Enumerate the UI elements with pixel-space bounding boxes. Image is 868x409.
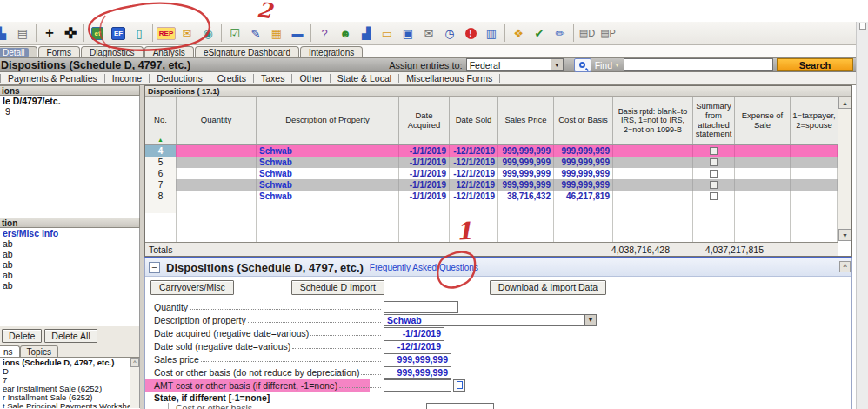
move-crosshair-icon[interactable]: ✜ bbox=[61, 23, 80, 43]
amt-cost-or-other-basis-input[interactable] bbox=[384, 379, 451, 392]
alert-icon[interactable]: ! bbox=[461, 23, 480, 43]
tab-esignature-dashboard[interactable]: eSignature Dashboard bbox=[195, 46, 299, 57]
find-button[interactable] bbox=[574, 58, 591, 72]
tab-analysis[interactable]: Analysis bbox=[144, 46, 194, 57]
sidebar-item-schwab[interactable]: ab bbox=[0, 249, 139, 259]
grid-row-7[interactable]: 7 Schwab -1/1/2019 12/1/2019 999,999,999… bbox=[145, 179, 838, 191]
subtab-other[interactable]: Other bbox=[292, 73, 329, 84]
subtab-deductions[interactable]: Deductions bbox=[150, 73, 210, 84]
scroll-up-icon[interactable]: ▲ bbox=[838, 97, 851, 109]
clock-icon[interactable]: ◷ bbox=[440, 23, 459, 43]
sidebar-link-carryovers-misc-info[interactable]: ers/Misc Info bbox=[0, 228, 139, 238]
sidebar-tab-topics[interactable]: Topics bbox=[20, 345, 58, 357]
book-icon[interactable]: ❖ bbox=[509, 23, 528, 43]
tab-forms[interactable]: Forms bbox=[38, 46, 80, 57]
faq-link[interactable]: Frequently Asked Questions bbox=[370, 263, 478, 272]
grid-row-5[interactable]: 5 Schwab -1/1/2019 -12/1/2019 999,999,99… bbox=[145, 157, 838, 168]
date-sold-input[interactable]: -12/1/2019 bbox=[384, 340, 444, 352]
sales-price-input[interactable]: 999,999,999 bbox=[384, 353, 451, 365]
web-access-icon[interactable]: ◉ bbox=[198, 23, 217, 43]
rep-icon[interactable]: REP bbox=[157, 23, 176, 43]
tab-detail[interactable]: Detail bbox=[0, 46, 37, 57]
client-icon[interactable]: ☻ bbox=[336, 23, 355, 43]
topic-4797[interactable]: 7 bbox=[0, 375, 130, 384]
grid-row-8[interactable]: 8 Schwab -1/1/2019 -12/1/2019 38,716,432… bbox=[145, 191, 838, 202]
search-button[interactable]: Search bbox=[777, 58, 853, 71]
subtab-miscellaneous-forms[interactable]: Miscellaneous Forms bbox=[399, 73, 499, 84]
sidebar-item-schedule-d[interactable]: le D/4797/etc. bbox=[0, 96, 139, 106]
description-of-property-input[interactable]: Schwab bbox=[384, 314, 585, 326]
reference-book-icon[interactable]: ? bbox=[315, 23, 334, 43]
delete-button[interactable]: Delete bbox=[2, 329, 42, 343]
topic-installment-sale-principal-payments[interactable]: t Sale Principal Payments Worksheet bbox=[0, 401, 130, 408]
signature-pen-icon[interactable]: ✎ bbox=[246, 23, 265, 43]
print-detail-icon[interactable]: ▤D bbox=[578, 23, 597, 43]
panel-scroll-up[interactable]: ^ bbox=[839, 261, 851, 272]
summary-checkbox[interactable] bbox=[710, 158, 718, 166]
find-input[interactable] bbox=[624, 58, 773, 71]
transmit-rep-icon[interactable]: ✉ bbox=[177, 23, 197, 43]
grid-empty-area bbox=[145, 213, 838, 242]
notes-icon[interactable]: ▯ bbox=[130, 23, 149, 43]
save-icon[interactable]: ▙ bbox=[0, 23, 11, 43]
sidebar-item-screen-number[interactable]: 9 bbox=[0, 106, 139, 117]
topic-schedule-d[interactable]: D bbox=[0, 366, 130, 375]
topic-current-year-installment-sale[interactable]: ear Installment Sale (6252) bbox=[0, 384, 130, 392]
download-import-data-button[interactable]: Download & Import Data bbox=[490, 280, 606, 295]
messages-icon[interactable]: ▣ bbox=[398, 23, 417, 43]
topic-prior-year-installment-sale[interactable]: r Installment Sale (6252) bbox=[0, 392, 130, 401]
folder-icon[interactable]: ▭ bbox=[377, 23, 397, 43]
grid-scrollbar[interactable]: ▲ ▼ bbox=[838, 97, 851, 241]
cost-or-other-basis-input[interactable]: 999,999,999 bbox=[384, 366, 451, 379]
tab-bar: Detail Forms Diagnostics Analysis eSigna… bbox=[0, 45, 856, 57]
send-check-icon[interactable]: ✉ bbox=[419, 23, 438, 43]
scroll-down-icon[interactable]: ▼ bbox=[838, 229, 851, 241]
sidebar-item-schwab[interactable]: ab bbox=[0, 259, 139, 270]
subtab-payments-penalties[interactable]: Payments & Penalties bbox=[1, 73, 104, 84]
chart-icon[interactable]: ▟ bbox=[357, 23, 376, 43]
crosshair-icon[interactable]: + bbox=[40, 23, 59, 43]
topic-dispositions[interactable]: ions (Schedule D, 4797, etc.) bbox=[0, 358, 130, 366]
file-drawer-icon[interactable]: ▦ bbox=[267, 23, 286, 43]
summary-checkbox[interactable] bbox=[710, 181, 718, 189]
sidebar-item-schwab[interactable]: ab bbox=[0, 238, 139, 249]
pencil-icon[interactable]: ✏ bbox=[551, 23, 570, 43]
print-icon[interactable]: ▤ bbox=[13, 23, 32, 43]
scroll-up-icon[interactable]: ^ bbox=[130, 358, 139, 367]
subtab-taxes[interactable]: Taxes bbox=[254, 73, 291, 84]
grid-row-6[interactable]: 6 Schwab -1/1/2019 -12/1/2019 999,999,99… bbox=[145, 168, 838, 179]
checklist-icon[interactable]: ☑ bbox=[225, 23, 244, 43]
jump-to-input-button[interactable] bbox=[453, 379, 465, 392]
subtab-state-local[interactable]: State & Local bbox=[331, 73, 398, 84]
user-check-icon[interactable]: ✔ bbox=[530, 23, 549, 43]
delete-all-button[interactable]: Delete All bbox=[44, 329, 97, 343]
chevron-down-icon[interactable]: ▼ bbox=[551, 59, 563, 70]
tab-diagnostics[interactable]: Diagnostics bbox=[81, 46, 144, 57]
tab-integrations[interactable]: Integrations bbox=[300, 46, 363, 57]
ef-ready-icon[interactable]: ef bbox=[88, 23, 107, 43]
print-preview-icon[interactable]: ▤P bbox=[598, 23, 618, 43]
subtab-credits[interactable]: Credits bbox=[210, 73, 253, 84]
subtab-income[interactable]: Income bbox=[105, 73, 149, 84]
find-label[interactable]: Find▼ bbox=[595, 60, 620, 70]
carryovers-misc-button[interactable]: Carryovers/Misc bbox=[150, 280, 234, 295]
sidebar-item-schwab[interactable]: ab bbox=[0, 280, 139, 291]
grid-row-empty[interactable] bbox=[145, 202, 838, 213]
ef-transmit-icon[interactable]: EF bbox=[109, 23, 128, 43]
collapse-section-button[interactable]: − bbox=[149, 262, 160, 273]
date-acquired-input[interactable]: -1/1/2019 bbox=[384, 327, 444, 339]
chevron-down-icon[interactable]: ▼ bbox=[585, 314, 597, 326]
sidebar-item-schwab[interactable]: ab bbox=[0, 270, 139, 280]
state-cost-basis-input[interactable] bbox=[426, 403, 494, 409]
quantity-input[interactable] bbox=[384, 301, 458, 313]
sidebar-scrollbar[interactable]: ^ bbox=[130, 358, 139, 408]
panel-icon[interactable]: ▬ bbox=[288, 23, 307, 43]
summary-checkbox[interactable] bbox=[710, 147, 718, 155]
assign-entries-select[interactable]: Federal ▼ bbox=[466, 58, 564, 71]
summary-checkbox[interactable] bbox=[710, 192, 718, 200]
summary-checkbox[interactable] bbox=[710, 170, 718, 178]
shredder-icon[interactable]: ▥ bbox=[482, 23, 501, 43]
schedule-d-import-button[interactable]: Schedule D Import bbox=[291, 280, 384, 295]
grid-row-4-selected[interactable]: 4 Schwab -1/1/2019 -12/1/2019 999,999,99… bbox=[145, 145, 838, 157]
sidebar-tab-sections[interactable]: ns bbox=[0, 345, 20, 357]
